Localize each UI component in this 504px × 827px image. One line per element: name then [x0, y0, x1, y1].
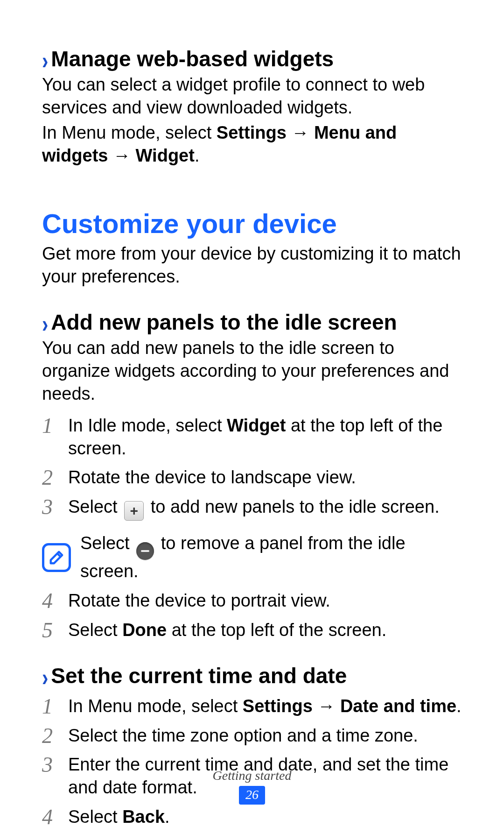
heading-text: Add new panels to the idle screen: [51, 310, 397, 334]
chevron-icon: ›: [42, 46, 48, 74]
paragraph: Get more from your device by customizing…: [42, 242, 462, 288]
note-icon: [42, 543, 71, 572]
step: 4 Rotate the device to portrait view.: [42, 589, 462, 612]
chapter-name: Getting started: [0, 768, 504, 783]
text: Select: [68, 620, 122, 640]
step: 1 In Menu mode, select Settings → Date a…: [42, 695, 462, 718]
step: 5 Select Done at the top left of the scr…: [42, 619, 462, 642]
step-number: 5: [42, 619, 68, 641]
step: 2 Rotate the device to landscape view.: [42, 466, 462, 489]
step: 4 Select Back.: [42, 806, 462, 827]
chevron-icon: ›: [42, 310, 48, 338]
steps-list: 1 In Idle mode, select Widget at the top…: [42, 414, 462, 641]
step-text: Rotate the device to portrait view.: [68, 589, 462, 612]
plus-icon: +: [124, 501, 144, 521]
section-manage-widgets: ›Manage web-based widgets You can select…: [42, 47, 462, 167]
step: 1 In Idle mode, select Widget at the top…: [42, 414, 462, 459]
step-text: Select the time zone option and a time z…: [68, 724, 462, 747]
heading-manage-widgets: ›Manage web-based widgets: [42, 47, 462, 71]
step: 2 Select the time zone option and a time…: [42, 724, 462, 747]
step-text: Select Back.: [68, 806, 462, 827]
paragraph: You can select a widget profile to conne…: [42, 73, 462, 119]
text: In Menu mode, select: [42, 123, 217, 142]
text: .: [456, 696, 462, 716]
steps-list: 1 In Menu mode, select Settings → Date a…: [42, 695, 462, 827]
heading-time-date: ›Set the current time and date: [42, 664, 462, 688]
text: Select: [68, 497, 122, 516]
note-text: Select to remove a panel from the idle s…: [80, 532, 462, 583]
step-number: 2: [42, 724, 68, 747]
pencil-icon: [47, 548, 66, 567]
heading-text: Set the current time and date: [51, 664, 347, 688]
heading-add-panels: ›Add new panels to the idle screen: [42, 310, 462, 335]
menu-path: Settings → Date and time: [243, 696, 456, 716]
step: 3 Select + to add new panels to the idle…: [42, 495, 462, 521]
heading-text: Manage web-based widgets: [51, 47, 334, 71]
step-number: 2: [42, 466, 68, 488]
text: at the top left of the screen.: [167, 620, 386, 640]
text: to add new panels to the idle screen.: [146, 497, 440, 516]
text: In Idle mode, select: [68, 416, 227, 435]
note: Select to remove a panel from the idle s…: [42, 532, 462, 583]
step-text: Select + to add new panels to the idle s…: [68, 495, 462, 521]
step-number: 1: [42, 414, 68, 437]
text: Select: [68, 807, 122, 827]
text: Select: [80, 533, 134, 553]
page-footer: Getting started 26: [0, 768, 504, 805]
text: .: [195, 146, 200, 165]
step-number: 4: [42, 806, 68, 827]
step-number: 3: [42, 495, 68, 518]
paragraph: You can add new panels to the idle scree…: [42, 337, 462, 405]
chevron-icon: ›: [42, 664, 48, 692]
text: .: [165, 807, 170, 827]
minus-icon: [136, 542, 154, 560]
ui-label: Widget: [227, 416, 286, 435]
step-text: Select Done at the top left of the scree…: [68, 619, 462, 642]
ui-label: Back: [122, 807, 165, 827]
step-text: In Idle mode, select Widget at the top l…: [68, 414, 462, 459]
ui-label: Done: [122, 620, 167, 640]
heading-customize: Customize your device: [42, 209, 462, 239]
step-number: 1: [42, 695, 68, 717]
page-number: 26: [239, 786, 265, 805]
step-text: In Menu mode, select Settings → Date and…: [68, 695, 462, 718]
step-number: 4: [42, 589, 68, 612]
section-add-panels: ›Add new panels to the idle screen You c…: [42, 310, 462, 641]
paragraph: In Menu mode, select Settings → Menu and…: [42, 121, 462, 167]
step-text: Rotate the device to landscape view.: [68, 466, 462, 489]
section-customize: Customize your device Get more from your…: [42, 209, 462, 288]
text: In Menu mode, select: [68, 696, 243, 716]
